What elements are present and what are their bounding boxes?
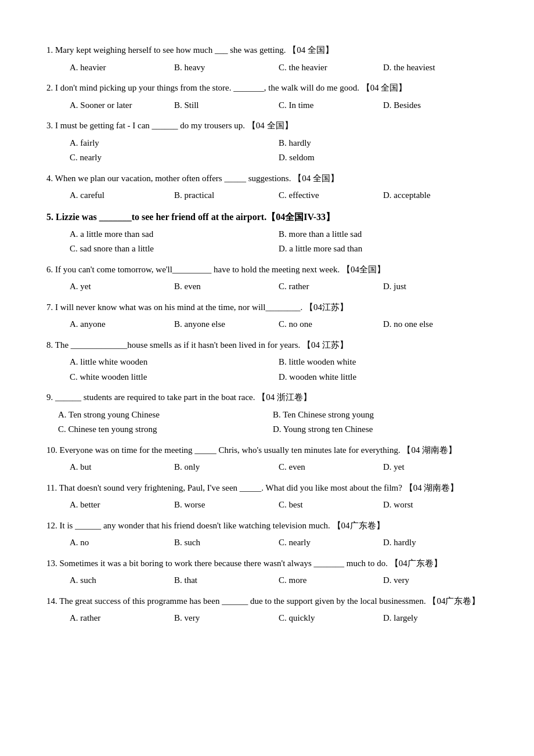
question-text-13: 13. Sometimes it was a bit boring to wor…: [46, 556, 488, 571]
option-6-4[interactable]: D. just: [383, 279, 488, 294]
option-5-3[interactable]: C. sad snore than a little: [70, 242, 279, 257]
question-block-14: 14. The great success of this programme …: [46, 594, 488, 626]
options-row-1: A. heavierB. heavyC. the heavierD. the h…: [46, 60, 488, 75]
option-9-2[interactable]: B. Ten Chinese strong young: [273, 408, 488, 423]
option-2-2[interactable]: B. Still: [174, 98, 279, 113]
option-1-4[interactable]: D. the heaviest: [383, 60, 488, 75]
question-text-4: 4. When we plan our vacation, mother oft…: [46, 171, 488, 186]
question-block-6: 6. If you can't come tomorrow, we'll____…: [46, 262, 488, 294]
option-3-2[interactable]: B. hardly: [279, 136, 488, 151]
option-5-2[interactable]: B. more than a little sad: [279, 227, 488, 242]
option-8-2[interactable]: B. little wooden white: [279, 355, 488, 370]
options-row-6: A. yetB. evenC. ratherD. just: [46, 279, 488, 294]
option-13-3[interactable]: C. more: [279, 573, 383, 588]
option-14-1[interactable]: A. rather: [70, 611, 174, 626]
options-grid-9: A. Ten strong young ChineseB. Ten Chines…: [46, 408, 488, 437]
question-block-10: 10. Everyone was on time for the meeting…: [46, 443, 488, 475]
question-text-9: 9. ______ students are required to take …: [46, 390, 488, 405]
question-block-5: 5. Lizzie was _______to see her friend o…: [46, 209, 488, 257]
option-5-1[interactable]: A. a little more than sad: [70, 227, 279, 242]
options-row-13: A. suchB. thatC. moreD. very: [46, 573, 488, 588]
option-8-1[interactable]: A. little white wooden: [70, 355, 279, 370]
question-block-9: 9. ______ students are required to take …: [46, 390, 488, 437]
question-text-10: 10. Everyone was on time for the meeting…: [46, 443, 488, 458]
option-6-3[interactable]: C. rather: [279, 279, 383, 294]
option-13-4[interactable]: D. very: [383, 573, 488, 588]
question-block-1: 1. Mary kept weighing herself to see how…: [46, 43, 488, 75]
question-block-4: 4. When we plan our vacation, mother oft…: [46, 171, 488, 203]
question-text-8: 8. The _____________house smells as if i…: [46, 338, 488, 353]
option-10-4[interactable]: D. yet: [383, 460, 488, 475]
option-7-4[interactable]: D. no one else: [383, 317, 488, 332]
option-4-1[interactable]: A. careful: [70, 188, 174, 203]
option-2-3[interactable]: C. In time: [279, 98, 383, 113]
option-4-2[interactable]: B. practical: [174, 188, 279, 203]
question-text-12: 12. It is ______ any wonder that his fri…: [46, 519, 488, 534]
option-2-4[interactable]: D. Besides: [383, 98, 488, 113]
question-text-14: 14. The great success of this programme …: [46, 594, 488, 609]
option-3-1[interactable]: A. fairly: [70, 136, 279, 151]
option-11-3[interactable]: C. best: [279, 498, 383, 513]
option-1-1[interactable]: A. heavier: [70, 60, 174, 75]
question-text-6: 6. If you can't come tomorrow, we'll____…: [46, 262, 488, 278]
question-block-11: 11. That doesn't sound very frightening,…: [46, 481, 488, 513]
option-7-2[interactable]: B. anyone else: [174, 317, 279, 332]
options-row-4: A. carefulB. practicalC. effectiveD. acc…: [46, 188, 488, 203]
question-block-13: 13. Sometimes it was a bit boring to wor…: [46, 556, 488, 588]
options-grid-3: A. fairlyB. hardlyC. nearlyD. seldom: [46, 136, 488, 165]
option-12-4[interactable]: D. hardly: [383, 535, 488, 550]
option-6-2[interactable]: B. even: [174, 279, 279, 294]
options-row-7: A. anyoneB. anyone elseC. no oneD. no on…: [46, 317, 488, 332]
question-text-2: 2. I don't mind picking up your things f…: [46, 81, 488, 96]
option-14-2[interactable]: B. very: [174, 611, 279, 626]
question-text-7: 7. I will never know what was on his min…: [46, 300, 488, 315]
option-8-3[interactable]: C. white wooden little: [70, 370, 279, 385]
question-block-2: 2. I don't mind picking up your things f…: [46, 81, 488, 113]
question-text-1: 1. Mary kept weighing herself to see how…: [46, 43, 488, 58]
option-13-2[interactable]: B. that: [174, 573, 279, 588]
option-3-4[interactable]: D. seldom: [279, 150, 488, 165]
question-text-5: 5. Lizzie was _______to see her friend o…: [46, 209, 488, 225]
question-block-12: 12. It is ______ any wonder that his fri…: [46, 519, 488, 550]
options-row-14: A. ratherB. veryC. quicklyD. largely: [46, 611, 488, 626]
options-row-11: A. betterB. worseC. bestD. worst: [46, 498, 488, 513]
option-1-2[interactable]: B. heavy: [174, 60, 279, 75]
options-grid-8: A. little white woodenB. little wooden w…: [46, 355, 488, 384]
option-14-4[interactable]: D. largely: [383, 611, 488, 626]
option-5-4[interactable]: D. a little more sad than: [279, 242, 488, 257]
options-row-10: A. butB. onlyC. evenD. yet: [46, 460, 488, 475]
option-11-4[interactable]: D. worst: [383, 498, 488, 513]
option-12-3[interactable]: C. nearly: [279, 535, 383, 550]
option-1-3[interactable]: C. the heavier: [279, 60, 383, 75]
option-6-1[interactable]: A. yet: [70, 279, 174, 294]
option-10-1[interactable]: A. but: [70, 460, 174, 475]
options-row-12: A. noB. suchC. nearlyD. hardly: [46, 535, 488, 550]
option-3-3[interactable]: C. nearly: [70, 150, 279, 165]
question-block-8: 8. The _____________house smells as if i…: [46, 338, 488, 385]
question-text-11: 11. That doesn't sound very frightening,…: [46, 481, 488, 496]
option-12-1[interactable]: A. no: [70, 535, 174, 550]
option-7-1[interactable]: A. anyone: [70, 317, 174, 332]
options-row-2: A. Sooner or laterB. StillC. In timeD. B…: [46, 98, 488, 113]
option-10-2[interactable]: B. only: [174, 460, 279, 475]
option-8-4[interactable]: D. wooden white little: [279, 370, 488, 385]
option-11-2[interactable]: B. worse: [174, 498, 279, 513]
question-block-7: 7. I will never know what was on his min…: [46, 300, 488, 332]
question-block-3: 3. I must be getting fat - I can ______ …: [46, 118, 488, 165]
option-4-4[interactable]: D. acceptable: [383, 188, 488, 203]
option-14-3[interactable]: C. quickly: [279, 611, 383, 626]
option-12-2[interactable]: B. such: [174, 535, 279, 550]
option-10-3[interactable]: C. even: [279, 460, 383, 475]
option-4-3[interactable]: C. effective: [279, 188, 383, 203]
option-2-1[interactable]: A. Sooner or later: [70, 98, 174, 113]
option-11-1[interactable]: A. better: [70, 498, 174, 513]
options-grid-5: A. a little more than sadB. more than a …: [46, 227, 488, 257]
option-9-1[interactable]: A. Ten strong young Chinese: [58, 408, 273, 423]
option-7-3[interactable]: C. no one: [279, 317, 383, 332]
option-9-4[interactable]: D. Young strong ten Chinese: [273, 422, 488, 437]
question-text-3: 3. I must be getting fat - I can ______ …: [46, 118, 488, 134]
option-9-3[interactable]: C. Chinese ten young strong: [58, 422, 273, 437]
option-13-1[interactable]: A. such: [70, 573, 174, 588]
